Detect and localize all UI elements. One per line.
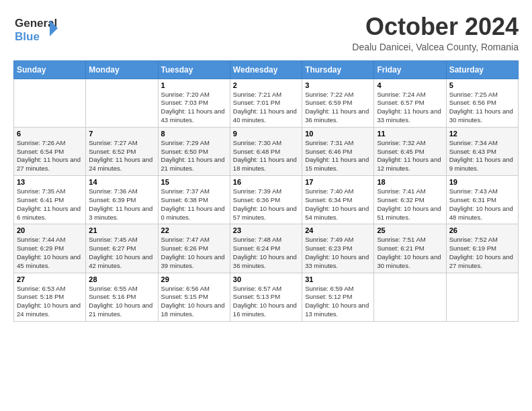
day-info: Sunrise: 7:39 AM Sunset: 6:36 PM Dayligh… (233, 187, 299, 222)
day-number: 13 (17, 178, 83, 186)
day-info: Sunrise: 7:48 AM Sunset: 6:24 PM Dayligh… (233, 236, 299, 270)
calendar-cell: 26Sunrise: 7:52 AM Sunset: 6:19 PM Dayli… (446, 224, 518, 273)
day-number: 26 (449, 226, 515, 234)
day-info: Sunrise: 7:29 AM Sunset: 6:50 PM Dayligh… (161, 139, 227, 173)
day-info: Sunrise: 7:45 AM Sunset: 6:27 PM Dayligh… (89, 236, 154, 270)
day-number: 18 (377, 178, 443, 186)
day-info: Sunrise: 7:27 AM Sunset: 6:52 PM Dayligh… (89, 139, 154, 173)
day-info: Sunrise: 7:31 AM Sunset: 6:46 PM Dayligh… (305, 139, 371, 173)
calendar-cell: 29Sunrise: 6:56 AM Sunset: 5:15 PM Dayli… (158, 273, 230, 321)
col-header-tuesday: Tuesday (158, 60, 230, 79)
col-header-thursday: Thursday (302, 60, 374, 79)
day-info: Sunrise: 7:43 AM Sunset: 6:31 PM Dayligh… (449, 187, 515, 222)
calendar-cell: 2Sunrise: 7:21 AM Sunset: 7:01 PM Daylig… (230, 79, 302, 127)
calendar-cell: 28Sunrise: 6:55 AM Sunset: 5:16 PM Dayli… (86, 273, 158, 321)
calendar-cell: 4Sunrise: 7:24 AM Sunset: 6:57 PM Daylig… (374, 79, 446, 127)
calendar-cell (374, 273, 446, 321)
day-info: Sunrise: 7:49 AM Sunset: 6:23 PM Dayligh… (305, 236, 371, 270)
day-number: 30 (233, 275, 299, 283)
page-header: GeneralBlue October 2024 Dealu Danicei, … (13, 13, 519, 52)
col-header-monday: Monday (86, 60, 158, 79)
calendar-cell: 3Sunrise: 7:22 AM Sunset: 6:59 PM Daylig… (302, 79, 374, 127)
day-number: 8 (161, 130, 227, 138)
day-info: Sunrise: 7:51 AM Sunset: 6:21 PM Dayligh… (377, 236, 443, 270)
logo: GeneralBlue (13, 13, 60, 46)
day-number: 23 (233, 226, 299, 234)
day-number: 4 (377, 81, 443, 89)
week-row-4: 20Sunrise: 7:44 AM Sunset: 6:29 PM Dayli… (14, 224, 519, 273)
day-number: 20 (17, 226, 83, 234)
title-block: October 2024 Dealu Danicei, Valcea Count… (352, 13, 519, 52)
header-row: SundayMondayTuesdayWednesdayThursdayFrid… (14, 60, 519, 79)
week-row-2: 6Sunrise: 7:26 AM Sunset: 6:54 PM Daylig… (14, 127, 519, 175)
day-info: Sunrise: 7:34 AM Sunset: 6:43 PM Dayligh… (449, 139, 515, 173)
day-number: 29 (161, 275, 227, 283)
day-info: Sunrise: 7:44 AM Sunset: 6:29 PM Dayligh… (17, 236, 83, 270)
calendar-cell: 9Sunrise: 7:30 AM Sunset: 6:48 PM Daylig… (230, 127, 302, 175)
day-number: 22 (161, 226, 227, 234)
day-number: 19 (449, 178, 515, 186)
day-info: Sunrise: 6:56 AM Sunset: 5:15 PM Dayligh… (161, 285, 227, 319)
calendar-cell: 14Sunrise: 7:36 AM Sunset: 6:39 PM Dayli… (86, 176, 158, 224)
day-number: 1 (161, 81, 227, 89)
day-info: Sunrise: 7:20 AM Sunset: 7:03 PM Dayligh… (161, 91, 227, 125)
day-number: 2 (233, 81, 299, 89)
calendar-cell: 15Sunrise: 7:37 AM Sunset: 6:38 PM Dayli… (158, 176, 230, 224)
calendar-cell (14, 79, 86, 127)
day-number: 28 (89, 275, 154, 283)
calendar-cell: 12Sunrise: 7:34 AM Sunset: 6:43 PM Dayli… (446, 127, 518, 175)
day-info: Sunrise: 7:32 AM Sunset: 6:45 PM Dayligh… (377, 139, 443, 173)
calendar-cell: 13Sunrise: 7:35 AM Sunset: 6:41 PM Dayli… (14, 176, 86, 224)
day-info: Sunrise: 7:24 AM Sunset: 6:57 PM Dayligh… (377, 91, 443, 125)
day-info: Sunrise: 7:40 AM Sunset: 6:34 PM Dayligh… (305, 187, 371, 222)
calendar-cell: 25Sunrise: 7:51 AM Sunset: 6:21 PM Dayli… (374, 224, 446, 273)
svg-text:Blue: Blue (15, 30, 40, 43)
calendar-cell: 27Sunrise: 6:53 AM Sunset: 5:18 PM Dayli… (14, 273, 86, 321)
week-row-5: 27Sunrise: 6:53 AM Sunset: 5:18 PM Dayli… (14, 273, 519, 321)
calendar-cell: 20Sunrise: 7:44 AM Sunset: 6:29 PM Dayli… (14, 224, 86, 273)
day-info: Sunrise: 7:30 AM Sunset: 6:48 PM Dayligh… (233, 139, 299, 173)
day-info: Sunrise: 7:36 AM Sunset: 6:39 PM Dayligh… (89, 187, 154, 222)
day-number: 31 (305, 275, 371, 283)
calendar-cell: 5Sunrise: 7:25 AM Sunset: 6:56 PM Daylig… (446, 79, 518, 127)
calendar-cell: 22Sunrise: 7:47 AM Sunset: 6:26 PM Dayli… (158, 224, 230, 273)
calendar-cell: 16Sunrise: 7:39 AM Sunset: 6:36 PM Dayli… (230, 176, 302, 224)
day-number: 17 (305, 178, 371, 186)
day-number: 10 (305, 130, 371, 138)
calendar-table: SundayMondayTuesdayWednesdayThursdayFrid… (13, 60, 519, 322)
day-number: 27 (17, 275, 83, 283)
day-number: 11 (377, 130, 443, 138)
col-header-saturday: Saturday (446, 60, 518, 79)
day-number: 9 (233, 130, 299, 138)
calendar-cell: 31Sunrise: 6:59 AM Sunset: 5:12 PM Dayli… (302, 273, 374, 321)
calendar-cell: 18Sunrise: 7:41 AM Sunset: 6:32 PM Dayli… (374, 176, 446, 224)
col-header-sunday: Sunday (14, 60, 86, 79)
calendar-cell: 10Sunrise: 7:31 AM Sunset: 6:46 PM Dayli… (302, 127, 374, 175)
calendar-cell: 17Sunrise: 7:40 AM Sunset: 6:34 PM Dayli… (302, 176, 374, 224)
day-info: Sunrise: 6:59 AM Sunset: 5:12 PM Dayligh… (305, 285, 371, 319)
week-row-1: 1Sunrise: 7:20 AM Sunset: 7:03 PM Daylig… (14, 79, 519, 127)
calendar-cell (446, 273, 518, 321)
calendar-cell: 24Sunrise: 7:49 AM Sunset: 6:23 PM Dayli… (302, 224, 374, 273)
day-number: 14 (89, 178, 154, 186)
calendar-cell: 11Sunrise: 7:32 AM Sunset: 6:45 PM Dayli… (374, 127, 446, 175)
month-title: October 2024 (352, 13, 519, 40)
day-number: 3 (305, 81, 371, 89)
day-number: 6 (17, 130, 83, 138)
calendar-cell: 19Sunrise: 7:43 AM Sunset: 6:31 PM Dayli… (446, 176, 518, 224)
day-number: 12 (449, 130, 515, 138)
calendar-cell: 21Sunrise: 7:45 AM Sunset: 6:27 PM Dayli… (86, 224, 158, 273)
day-info: Sunrise: 7:25 AM Sunset: 6:56 PM Dayligh… (449, 91, 515, 125)
day-number: 7 (89, 130, 154, 138)
day-info: Sunrise: 7:41 AM Sunset: 6:32 PM Dayligh… (377, 187, 443, 222)
day-info: Sunrise: 6:57 AM Sunset: 5:13 PM Dayligh… (233, 285, 299, 319)
day-info: Sunrise: 7:26 AM Sunset: 6:54 PM Dayligh… (17, 139, 83, 173)
calendar-cell: 30Sunrise: 6:57 AM Sunset: 5:13 PM Dayli… (230, 273, 302, 321)
day-info: Sunrise: 7:21 AM Sunset: 7:01 PM Dayligh… (233, 91, 299, 125)
day-info: Sunrise: 7:37 AM Sunset: 6:38 PM Dayligh… (161, 187, 227, 222)
calendar-cell: 23Sunrise: 7:48 AM Sunset: 6:24 PM Dayli… (230, 224, 302, 273)
day-info: Sunrise: 7:35 AM Sunset: 6:41 PM Dayligh… (17, 187, 83, 222)
calendar-cell (86, 79, 158, 127)
calendar-cell: 7Sunrise: 7:27 AM Sunset: 6:52 PM Daylig… (86, 127, 158, 175)
day-info: Sunrise: 7:22 AM Sunset: 6:59 PM Dayligh… (305, 91, 371, 125)
